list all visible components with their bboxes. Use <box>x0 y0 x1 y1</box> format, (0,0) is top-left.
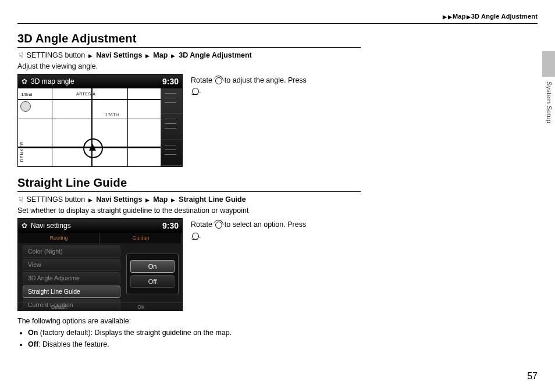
section-2: Straight Line Guide ☟ SETTINGS button ▶ … <box>17 176 361 348</box>
rotate-dial-icon <box>214 77 222 84</box>
nav-path-straight-line: ☟ SETTINGS button ▶ Navi Settings ▶ Map … <box>17 195 361 204</box>
chevron-right-icon: ▶ <box>171 53 175 59</box>
chevron-right-icon: ▶ <box>171 197 175 203</box>
option-note: (factory default): Displays the straight… <box>38 329 232 337</box>
option-on: On <box>130 260 175 273</box>
hand-icon: ☟ <box>17 51 24 60</box>
instr-pre: Rotate <box>191 76 214 84</box>
instr-pre: Rotate <box>191 220 214 229</box>
options-list: On (factory default): Displays the strai… <box>20 329 361 348</box>
instruction-text: Rotate to adjust the angle. Press . <box>191 74 307 96</box>
figure-row-2: ✿ Navi settings 9:30 Routing Guidan Colo… <box>17 218 361 311</box>
screenshot-titlebar: ✿ 3D map angle 9:30 <box>18 74 182 88</box>
gear-icon: ✿ <box>22 222 27 230</box>
chevron-right-icon: ▶ <box>88 53 92 59</box>
screenshot-navi-settings: ✿ Navi settings 9:30 Routing Guidan Colo… <box>17 218 183 311</box>
rotate-dial-icon <box>214 221 222 228</box>
road-line <box>18 119 161 119</box>
option-item-off: Off: Disables the feature. <box>28 340 361 348</box>
map-scale: 1/8mi <box>20 92 33 97</box>
option-label: On <box>28 329 38 337</box>
road-line <box>52 88 52 166</box>
street-label: ARTESIA <box>76 92 95 96</box>
instr-mid: to adjust the angle. Press <box>222 76 307 84</box>
content-column: 3D Angle Adjustment ☟ SETTINGS button ▶ … <box>17 32 361 352</box>
street-label: 176TH <box>105 113 119 117</box>
nav-step1: Navi Settings <box>96 51 142 59</box>
nav-step3: 3D Angle Adjustment <box>179 51 251 59</box>
figure-row-1: ✿ 3D map angle 9:30 1/8mi ARTESIA 176TH <box>17 74 361 167</box>
clock-time: 9:30 <box>162 221 179 230</box>
side-tab <box>542 51 555 77</box>
nav-step2: Map <box>153 195 168 204</box>
chevron-right-icon: ▶ <box>88 197 92 203</box>
road-line <box>18 99 161 100</box>
option-label: Off <box>28 340 38 348</box>
nav-step1: Navi Settings <box>96 195 142 204</box>
chevron-right-icon: ▶ <box>467 14 471 20</box>
map-area: 1/8mi ARTESIA 176TH DENKER <box>18 88 161 166</box>
option-note: : Disables the feature. <box>38 340 109 348</box>
list-item: 3D Angle Adjustme <box>23 272 120 284</box>
screenshot-title: 3D map angle <box>31 77 74 85</box>
press-dial-icon <box>191 87 199 94</box>
page-number: 57 <box>527 371 538 382</box>
side-tab-label: System Setup <box>546 81 553 123</box>
nav-root: SETTINGS button <box>26 51 85 59</box>
section-title-3d-angle: 3D Angle Adjustment <box>17 32 361 48</box>
instruction-text: Rotate to select an option. Press . <box>191 218 306 240</box>
screenshot-3d-map-angle: ✿ 3D map angle 9:30 1/8mi ARTESIA 176TH <box>17 74 183 167</box>
chevron-right-icon: ▶ <box>443 14 447 20</box>
footer-default: Default <box>18 302 100 311</box>
settings-tabs: Routing Guidan <box>18 233 182 243</box>
street-label-vert: DENKER <box>20 141 24 162</box>
list-item: View <box>23 259 120 271</box>
divider <box>17 23 538 24</box>
chevron-right-icon: ▶ <box>448 14 452 20</box>
clock-time: 9:30 <box>162 77 179 86</box>
chevron-right-icon: ▶ <box>145 197 150 203</box>
settings-list: Color (Night) View 3D Angle Adjustme Str… <box>23 245 120 311</box>
tab-routing: Routing <box>18 233 100 243</box>
lead-text: Set whether to display a straight guidel… <box>17 206 361 215</box>
press-dial-icon <box>191 232 199 239</box>
nav-root: SETTINGS button <box>26 195 85 204</box>
screenshot-titlebar: ✿ Navi settings 9:30 <box>18 219 182 233</box>
chevron-right-icon: ▶ <box>145 53 150 59</box>
compass-icon <box>20 101 31 112</box>
breadcrumb-level2: 3D Angle Adjustment <box>471 13 538 20</box>
instr-post: . <box>199 231 201 240</box>
screenshot-footer: Default OK <box>18 302 182 311</box>
nav-path-3d-angle: ☟ SETTINGS button ▶ Navi Settings ▶ Map … <box>17 51 361 60</box>
hand-icon: ☟ <box>17 195 24 204</box>
gear-icon: ✿ <box>22 77 27 85</box>
instr-mid: to select an option. Press <box>222 220 306 229</box>
section-title-straight-line: Straight Line Guide <box>17 176 361 192</box>
breadcrumb-level1: Map <box>453 13 466 20</box>
page: ▶▶Map▶3D Angle Adjustment System Setup 3… <box>0 0 555 392</box>
vehicle-marker-icon <box>83 138 103 158</box>
screenshot-body: Routing Guidan Color (Night) View 3D Ang… <box>18 233 182 311</box>
option-item-on: On (factory default): Displays the strai… <box>28 329 361 337</box>
tab-guidance: Guidan <box>100 233 182 243</box>
nav-step3: Straight Line Guide <box>179 195 246 204</box>
option-panel: On Off <box>126 254 179 294</box>
angle-slider <box>161 88 182 166</box>
list-item: Color (Night) <box>23 245 120 258</box>
nav-step2: Map <box>153 51 168 59</box>
options-lead: The following options are available: <box>17 317 361 325</box>
lead-text: Adjust the viewing angle. <box>17 62 361 70</box>
screenshot-title: Navi settings <box>31 222 71 230</box>
road-line <box>127 88 128 166</box>
breadcrumb: ▶▶Map▶3D Angle Adjustment <box>442 13 538 20</box>
instr-post: . <box>199 87 201 95</box>
list-item-selected: Straight Line Guide <box>23 286 120 298</box>
option-off: Off <box>130 275 175 288</box>
footer-ok: OK <box>100 302 182 311</box>
